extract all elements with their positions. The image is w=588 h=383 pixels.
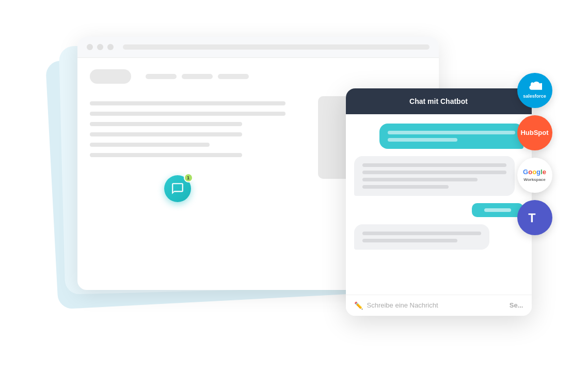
nav-pill[interactable] <box>90 69 131 84</box>
salesforce-logo <box>528 81 542 93</box>
browser-text-area <box>90 96 308 179</box>
dot-green <box>107 44 114 50</box>
msg-line <box>388 138 458 142</box>
tab-3[interactable] <box>218 74 249 79</box>
notification-badge: 1 <box>184 173 193 182</box>
salesforce-label: salesforce <box>523 94 546 99</box>
msg-line <box>388 131 515 134</box>
hubspot-icon[interactable]: HubSpot <box>517 115 552 150</box>
text-line-4 <box>90 132 242 136</box>
chatbot-panel: Chat mit Chatbot <box>346 88 532 316</box>
dot-yellow <box>97 44 103 50</box>
msg-line-dark <box>362 239 457 242</box>
google-workspace-icon[interactable]: Google Workspace <box>517 158 552 193</box>
notification-count: 1 <box>187 175 189 180</box>
message-bot-2 <box>354 224 489 250</box>
svg-text:T: T <box>528 211 536 224</box>
browser-titlebar <box>77 37 439 58</box>
pencil-icon: ✏️ <box>354 301 363 310</box>
text-line-6 <box>90 153 242 157</box>
dot-red <box>87 44 93 50</box>
addressbar <box>123 44 430 50</box>
chat-icon <box>171 182 184 195</box>
msg-line-dark <box>362 232 481 235</box>
tab-1[interactable] <box>146 74 177 79</box>
message-bot-1 <box>354 156 515 196</box>
text-line-5 <box>90 143 210 147</box>
input-placeholder-text[interactable]: Schreibe eine Nachricht <box>367 301 505 309</box>
salesforce-icon[interactable]: salesforce <box>517 73 552 108</box>
browser-toprow <box>90 69 426 84</box>
chatbot-header: Chat mit Chatbot <box>346 88 532 114</box>
msg-line-dark <box>362 178 478 181</box>
google-text-group: Google Workspace <box>523 167 546 182</box>
text-line-2 <box>90 112 286 116</box>
message-user-1 <box>379 124 523 149</box>
google-g-label: Google <box>523 167 546 177</box>
text-line-3 <box>90 122 242 126</box>
msg-line-dark <box>362 163 507 167</box>
msg-line-dark <box>362 171 507 174</box>
send-label[interactable]: Se... <box>510 301 523 309</box>
workspace-label: Workspace <box>523 177 546 182</box>
text-line-1 <box>90 101 286 105</box>
chatbot-messages <box>346 114 532 259</box>
integration-icons: salesforce HubSpot Google Workspace T <box>517 73 552 235</box>
tab-2[interactable] <box>182 74 213 79</box>
teams-icon[interactable]: T <box>517 200 552 235</box>
message-user-reply[interactable] <box>472 203 523 217</box>
chatbot-title: Chat mit Chatbot <box>409 97 468 105</box>
chat-bubble-button[interactable]: 1 <box>164 175 191 202</box>
browser-tabs <box>146 74 249 79</box>
reply-line <box>484 208 511 212</box>
msg-line-dark <box>362 185 449 189</box>
hubspot-label: HubSpot <box>520 129 548 137</box>
chatbot-input-bar: ✏️ Schreibe eine Nachricht Se... <box>346 295 532 316</box>
scene: 1 Chat mit Chatbot <box>36 21 552 362</box>
teams-logo: T <box>526 209 544 226</box>
